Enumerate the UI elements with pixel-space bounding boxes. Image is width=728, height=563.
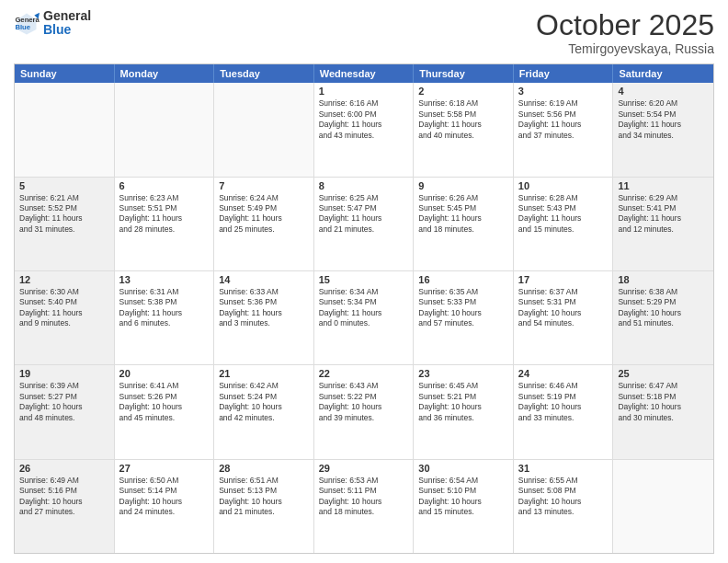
cal-header-friday: Friday xyxy=(514,64,614,83)
day-number: 27 xyxy=(119,463,210,474)
cell-text: Sunrise: 6:47 AMSunset: 5:18 PMDaylight:… xyxy=(618,381,709,423)
calendar: SundayMondayTuesdayWednesdayThursdayFrid… xyxy=(14,63,714,554)
cell-text: Sunrise: 6:50 AMSunset: 5:14 PMDaylight:… xyxy=(119,476,210,518)
cal-cell: 19Sunrise: 6:39 AMSunset: 5:27 PMDayligh… xyxy=(15,365,115,458)
day-number: 1 xyxy=(319,86,409,97)
cal-week-4: 19Sunrise: 6:39 AMSunset: 5:27 PMDayligh… xyxy=(15,364,713,458)
cell-text: Sunrise: 6:38 AMSunset: 5:29 PMDaylight:… xyxy=(618,287,709,329)
day-number: 18 xyxy=(618,274,709,285)
cal-cell: 21Sunrise: 6:42 AMSunset: 5:24 PMDayligh… xyxy=(214,365,314,458)
cell-text: Sunrise: 6:45 AMSunset: 5:21 PMDaylight:… xyxy=(418,381,508,423)
month-title: October 2025 xyxy=(536,9,714,41)
cal-cell: 9Sunrise: 6:26 AMSunset: 5:45 PMDaylight… xyxy=(414,178,514,270)
day-number: 6 xyxy=(119,180,210,191)
cal-cell: 27Sunrise: 6:50 AMSunset: 5:14 PMDayligh… xyxy=(115,460,215,553)
cal-week-3: 12Sunrise: 6:30 AMSunset: 5:40 PMDayligh… xyxy=(15,270,713,364)
cal-cell: 12Sunrise: 6:30 AMSunset: 5:40 PMDayligh… xyxy=(15,271,115,364)
cal-cell: 2Sunrise: 6:18 AMSunset: 5:58 PMDaylight… xyxy=(414,83,514,176)
day-number: 5 xyxy=(19,180,109,191)
cal-header-sunday: Sunday xyxy=(15,64,115,83)
day-number: 20 xyxy=(119,368,210,379)
cell-text: Sunrise: 6:20 AMSunset: 5:54 PMDaylight:… xyxy=(618,98,709,141)
day-number: 23 xyxy=(418,368,508,379)
cell-text: Sunrise: 6:37 AMSunset: 5:31 PMDaylight:… xyxy=(518,287,609,329)
cell-text: Sunrise: 6:39 AMSunset: 5:27 PMDaylight:… xyxy=(19,381,109,423)
cal-cell: 31Sunrise: 6:55 AMSunset: 5:08 PMDayligh… xyxy=(514,460,614,553)
day-number: 13 xyxy=(119,274,210,285)
cal-cell: 6Sunrise: 6:23 AMSunset: 5:51 PMDaylight… xyxy=(115,178,215,270)
day-number: 25 xyxy=(618,368,709,379)
day-number: 7 xyxy=(219,180,309,191)
cal-cell: 18Sunrise: 6:38 AMSunset: 5:29 PMDayligh… xyxy=(613,271,713,364)
day-number: 15 xyxy=(319,274,409,285)
cell-text: Sunrise: 6:46 AMSunset: 5:19 PMDaylight:… xyxy=(518,381,609,423)
cell-text: Sunrise: 6:43 AMSunset: 5:22 PMDaylight:… xyxy=(319,381,409,423)
cell-text: Sunrise: 6:34 AMSunset: 5:34 PMDaylight:… xyxy=(319,287,409,329)
cell-text: Sunrise: 6:29 AMSunset: 5:41 PMDaylight:… xyxy=(618,193,709,236)
cell-text: Sunrise: 6:21 AMSunset: 5:52 PMDaylight:… xyxy=(19,193,109,236)
cal-cell: 24Sunrise: 6:46 AMSunset: 5:19 PMDayligh… xyxy=(514,365,614,458)
cal-cell: 28Sunrise: 6:51 AMSunset: 5:13 PMDayligh… xyxy=(214,460,314,553)
cal-cell xyxy=(214,83,314,176)
cell-text: Sunrise: 6:31 AMSunset: 5:38 PMDaylight:… xyxy=(119,287,210,329)
cal-cell: 16Sunrise: 6:35 AMSunset: 5:33 PMDayligh… xyxy=(414,271,514,364)
cal-cell: 4Sunrise: 6:20 AMSunset: 5:54 PMDaylight… xyxy=(613,83,713,176)
cell-text: Sunrise: 6:23 AMSunset: 5:51 PMDaylight:… xyxy=(119,193,210,236)
cell-text: Sunrise: 6:42 AMSunset: 5:24 PMDaylight:… xyxy=(219,381,309,423)
cell-text: Sunrise: 6:25 AMSunset: 5:47 PMDaylight:… xyxy=(319,193,409,236)
cell-text: Sunrise: 6:55 AMSunset: 5:08 PMDaylight:… xyxy=(518,476,609,518)
cal-cell: 11Sunrise: 6:29 AMSunset: 5:41 PMDayligh… xyxy=(613,178,713,270)
day-number: 4 xyxy=(618,86,709,97)
svg-text:Blue: Blue xyxy=(15,23,30,31)
day-number: 11 xyxy=(618,180,709,191)
cal-week-1: 1Sunrise: 6:16 AMSunset: 6:00 PMDaylight… xyxy=(15,83,713,176)
cal-week-2: 5Sunrise: 6:21 AMSunset: 5:52 PMDaylight… xyxy=(15,177,713,270)
cal-header-wednesday: Wednesday xyxy=(314,64,415,83)
cell-text: Sunrise: 6:24 AMSunset: 5:49 PMDaylight:… xyxy=(219,193,309,236)
cell-text: Sunrise: 6:51 AMSunset: 5:13 PMDaylight:… xyxy=(219,476,309,518)
day-number: 10 xyxy=(518,180,609,191)
cell-text: Sunrise: 6:18 AMSunset: 5:58 PMDaylight:… xyxy=(418,98,508,141)
day-number: 28 xyxy=(219,463,309,474)
day-number: 30 xyxy=(418,463,508,474)
day-number: 17 xyxy=(518,274,609,285)
cal-week-5: 26Sunrise: 6:49 AMSunset: 5:16 PMDayligh… xyxy=(15,459,713,553)
logo-blue: Blue xyxy=(43,23,91,37)
day-number: 14 xyxy=(219,274,309,285)
day-number: 22 xyxy=(319,368,409,379)
cal-cell: 26Sunrise: 6:49 AMSunset: 5:16 PMDayligh… xyxy=(15,460,115,553)
cal-cell: 22Sunrise: 6:43 AMSunset: 5:22 PMDayligh… xyxy=(314,365,415,458)
cal-header-monday: Monday xyxy=(115,64,215,83)
cell-text: Sunrise: 6:49 AMSunset: 5:16 PMDaylight:… xyxy=(19,476,109,518)
day-number: 19 xyxy=(19,368,109,379)
cell-text: Sunrise: 6:28 AMSunset: 5:43 PMDaylight:… xyxy=(518,193,609,236)
day-number: 3 xyxy=(518,86,609,97)
cell-text: Sunrise: 6:33 AMSunset: 5:36 PMDaylight:… xyxy=(219,287,309,329)
cal-cell: 23Sunrise: 6:45 AMSunset: 5:21 PMDayligh… xyxy=(414,365,514,458)
title-block: October 2025 Temirgoyevskaya, Russia xyxy=(536,9,714,56)
logo-icon: General Blue xyxy=(14,10,40,36)
day-number: 29 xyxy=(319,463,409,474)
cal-cell: 17Sunrise: 6:37 AMSunset: 5:31 PMDayligh… xyxy=(514,271,614,364)
day-number: 12 xyxy=(19,274,109,285)
day-number: 16 xyxy=(418,274,508,285)
cal-cell: 5Sunrise: 6:21 AMSunset: 5:52 PMDaylight… xyxy=(15,178,115,270)
header: General Blue General Blue October 2025 T… xyxy=(14,9,714,56)
cell-text: Sunrise: 6:35 AMSunset: 5:33 PMDaylight:… xyxy=(418,287,508,329)
cell-text: Sunrise: 6:16 AMSunset: 6:00 PMDaylight:… xyxy=(319,98,409,141)
cal-cell: 20Sunrise: 6:41 AMSunset: 5:26 PMDayligh… xyxy=(115,365,215,458)
day-number: 26 xyxy=(19,463,109,474)
cal-cell: 14Sunrise: 6:33 AMSunset: 5:36 PMDayligh… xyxy=(214,271,314,364)
cal-cell xyxy=(15,83,115,176)
cal-cell: 1Sunrise: 6:16 AMSunset: 6:00 PMDaylight… xyxy=(314,83,415,176)
cal-cell xyxy=(115,83,215,176)
cal-cell xyxy=(613,460,713,553)
cell-text: Sunrise: 6:19 AMSunset: 5:56 PMDaylight:… xyxy=(518,98,609,141)
cell-text: Sunrise: 6:53 AMSunset: 5:11 PMDaylight:… xyxy=(319,476,409,518)
cal-cell: 25Sunrise: 6:47 AMSunset: 5:18 PMDayligh… xyxy=(613,365,713,458)
cal-cell: 3Sunrise: 6:19 AMSunset: 5:56 PMDaylight… xyxy=(514,83,614,176)
cal-cell: 7Sunrise: 6:24 AMSunset: 5:49 PMDaylight… xyxy=(214,178,314,270)
cal-cell: 30Sunrise: 6:54 AMSunset: 5:10 PMDayligh… xyxy=(414,460,514,553)
calendar-header-row: SundayMondayTuesdayWednesdayThursdayFrid… xyxy=(15,64,713,83)
cell-text: Sunrise: 6:41 AMSunset: 5:26 PMDaylight:… xyxy=(119,381,210,423)
